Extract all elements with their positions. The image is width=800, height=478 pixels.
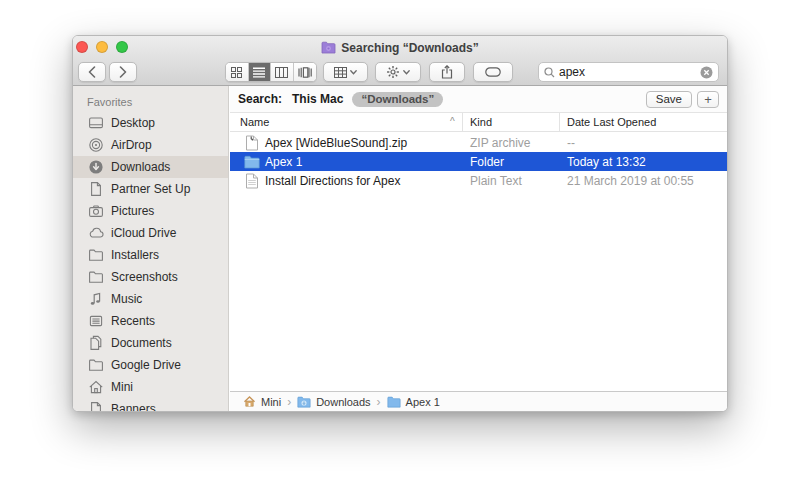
path-item[interactable]: Downloads [316,396,370,408]
folder-icon [87,269,104,285]
file-name: Apex [WideBlueSound].zip [265,136,407,150]
sidebar-item-music[interactable]: Music [73,288,228,310]
table-row-selected[interactable]: Apex 1 Folder Today at 13:32 [230,152,727,171]
window-title: Searching “Downloads” [341,41,478,55]
documents-icon [87,335,104,351]
cloud-icon [87,225,104,241]
chevron-right-icon [119,66,127,78]
folder-blue-icon [243,154,260,170]
search-input[interactable] [559,65,696,79]
sidebar-item-icloud-drive[interactable]: iCloud Drive [73,222,228,244]
tag-icon [485,67,501,77]
sidebar-item-desktop[interactable]: Desktop [73,112,228,134]
column-header-date[interactable]: Date Last Opened [567,116,656,128]
minimize-button[interactable] [96,41,108,53]
table-row[interactable]: Install Directions for Apex Plain Text 2… [230,171,727,190]
scope-downloads[interactable]: “Downloads” [352,92,443,107]
column-divider [462,113,463,131]
coverflow-view-icon [298,67,312,78]
sidebar-item-label: Pictures [111,204,154,218]
list-header: Name ^ Kind Date Last Opened [230,113,727,132]
sidebar-item-downloads[interactable]: Downloads [73,156,228,178]
column-view-icon [275,67,288,78]
music-note-icon [87,291,104,307]
sidebar-item-banners[interactable]: Banners [73,398,228,411]
chevron-down-icon [350,70,357,75]
file-list: Apex [WideBlueSound].zip ZIP archive -- … [230,133,727,190]
scope-label: Search: [238,92,282,106]
column-header-name[interactable]: Name [240,116,269,128]
save-search-button[interactable]: Save [646,91,692,108]
file-kind: Folder [470,155,504,169]
content-area: Search: This Mac “Downloads” Save + Name… [230,86,727,411]
chevron-left-icon [88,66,96,78]
clear-icon[interactable] [700,66,713,79]
sidebar-section-header: Favorites [87,96,228,108]
view-mode-control [225,62,317,82]
close-button[interactable] [76,41,88,53]
document-icon [87,181,104,197]
icon-view-icon [231,67,242,78]
path-bar: Mini › Downloads › Apex 1 [230,391,727,411]
sidebar-item-label: Desktop [111,116,155,130]
share-button[interactable] [429,62,465,82]
search-field[interactable] [538,62,719,82]
zip-file-icon [243,135,260,151]
table-row[interactable]: Apex [WideBlueSound].zip ZIP archive -- [230,133,727,152]
sidebar-item-partner-set-up[interactable]: Partner Set Up [73,178,228,200]
sidebar-item-label: iCloud Drive [111,226,176,240]
home-icon [243,395,256,408]
list-view-button[interactable] [249,63,272,81]
column-view-button[interactable] [271,63,294,81]
text-file-icon [243,173,260,189]
action-button[interactable] [375,62,421,82]
sidebar-item-airdrop[interactable]: AirDrop [73,134,228,156]
recents-icon [87,313,104,329]
group-icon [334,67,347,78]
sidebar-item-pictures[interactable]: Pictures [73,200,228,222]
sidebar: Favorites Desktop AirDrop Downloads [73,86,229,411]
path-item[interactable]: Apex 1 [406,396,440,408]
document-icon [87,401,104,411]
sidebar-item-installers[interactable]: Installers [73,244,228,266]
sidebar-item-label: Music [111,292,142,306]
path-separator: › [377,395,381,409]
sidebar-item-label: Installers [111,248,159,262]
tags-button[interactable] [473,62,513,82]
desktop-icon [87,115,104,131]
sidebar-item-label: AirDrop [111,138,152,152]
sidebar-item-mini[interactable]: Mini [73,376,228,398]
file-kind: ZIP archive [470,136,530,150]
icon-view-button[interactable] [226,63,249,81]
column-header-kind[interactable]: Kind [470,116,492,128]
sidebar-item-label: Downloads [111,160,170,174]
sidebar-item-label: Documents [111,336,172,350]
search-scope-bar: Search: This Mac “Downloads” Save + [230,86,727,113]
zoom-button[interactable] [116,41,128,53]
share-icon [441,65,453,79]
file-name: Install Directions for Apex [265,174,400,188]
downloads-icon [87,159,104,175]
finder-window: Searching “Downloads” [72,35,728,412]
home-icon [87,379,104,395]
sidebar-item-google-drive[interactable]: Google Drive [73,354,228,376]
file-date: 21 March 2019 at 00:55 [567,174,694,188]
sidebar-item-recents[interactable]: Recents [73,310,228,332]
toolbar [73,62,727,82]
sidebar-item-label: Partner Set Up [111,182,190,196]
sidebar-item-documents[interactable]: Documents [73,332,228,354]
chevron-down-icon [403,70,410,75]
path-item[interactable]: Mini [261,396,281,408]
coverflow-view-button[interactable] [294,63,317,81]
list-view-icon [253,67,265,78]
arrange-button[interactable] [323,62,368,82]
file-kind: Plain Text [470,174,522,188]
back-button[interactable] [78,62,106,82]
sidebar-item-screenshots[interactable]: Screenshots [73,266,228,288]
title-bar: Searching “Downloads” [193,39,607,56]
forward-button[interactable] [109,62,137,82]
scope-this-mac[interactable]: This Mac [292,92,343,106]
add-criteria-button[interactable]: + [697,91,719,108]
main-area: Favorites Desktop AirDrop Downloads [73,86,727,411]
window-chrome: Searching “Downloads” [73,36,727,86]
